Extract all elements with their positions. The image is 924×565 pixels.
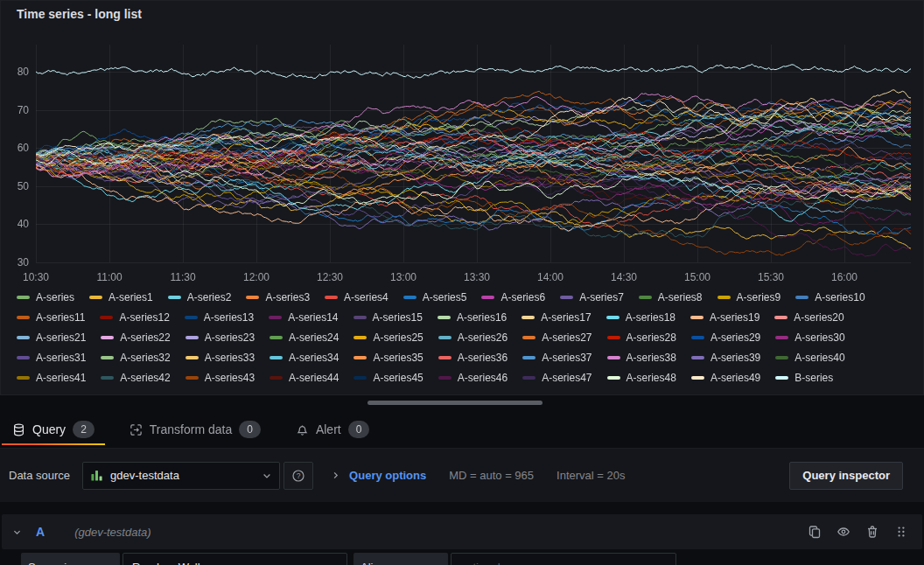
x-axis-tick-label: 13:00 xyxy=(390,271,416,283)
tab-transform-data[interactable]: Transform data 0 xyxy=(119,411,271,448)
legend-series-swatch xyxy=(270,356,283,359)
query-toolbar: Data source gdev-testdata ? Query option… xyxy=(0,448,924,502)
legend-item[interactable]: A-series32 xyxy=(101,350,170,366)
legend-item[interactable]: A-series27 xyxy=(522,330,592,345)
legend-series-label: A-series9 xyxy=(737,291,781,303)
legend-series-swatch xyxy=(17,356,30,359)
query-count-badge: 2 xyxy=(73,421,94,438)
legend-item[interactable]: A-series17 xyxy=(522,310,591,325)
legend-series-swatch xyxy=(89,296,102,299)
hide-query-eye-icon[interactable] xyxy=(836,525,850,539)
testdata-datasource-icon xyxy=(90,469,103,482)
legend-item[interactable]: A-series2 xyxy=(168,289,232,305)
legend-series-label: A-series24 xyxy=(289,331,339,344)
legend-item[interactable]: A-series8 xyxy=(639,289,703,305)
legend-item[interactable]: A-series21 xyxy=(17,330,86,345)
legend-item[interactable]: A-series5 xyxy=(403,289,467,305)
legend-item[interactable]: A-series42 xyxy=(101,370,170,386)
legend-series-label: A-series3 xyxy=(265,291,310,303)
legend-item[interactable]: A-series19 xyxy=(690,310,760,325)
x-axis-tick-label: 13:30 xyxy=(464,271,490,283)
legend-item[interactable]: A-series37 xyxy=(522,350,592,366)
alias-input[interactable] xyxy=(451,553,676,565)
legend-series-label: A-series33 xyxy=(205,352,255,364)
legend-item[interactable]: A-series46 xyxy=(438,370,508,386)
legend-item[interactable]: A-series39 xyxy=(691,350,760,366)
query-row-header[interactable]: A (gdev-testdata) xyxy=(2,514,922,549)
tab-query[interactable]: Query 2 xyxy=(2,411,105,448)
legend-item[interactable]: A-series12 xyxy=(100,310,169,325)
database-icon xyxy=(12,423,25,436)
legend-series-label: A-series30 xyxy=(794,331,844,344)
legend-series-swatch xyxy=(775,336,788,339)
legend-item[interactable]: A-series7 xyxy=(560,289,624,305)
legend-item[interactable]: A-series43 xyxy=(186,370,255,386)
legend-item[interactable]: A-series25 xyxy=(354,330,423,345)
y-axis-tick-label: 40 xyxy=(1,218,29,230)
legend-item[interactable]: A-series48 xyxy=(607,370,676,386)
legend-series-swatch xyxy=(354,336,367,339)
legend-item[interactable]: A-series35 xyxy=(354,350,423,366)
legend-item[interactable]: A-series18 xyxy=(606,310,676,325)
legend-series-swatch xyxy=(560,296,573,299)
query-inspector-button[interactable]: Query inspector xyxy=(789,462,903,490)
legend-item[interactable]: A-series9 xyxy=(718,289,781,305)
legend-series-label: A-series35 xyxy=(373,352,423,364)
drag-handle-icon[interactable] xyxy=(894,525,908,539)
legend-item[interactable]: A-series34 xyxy=(270,350,339,366)
collapse-chevron-down-icon[interactable] xyxy=(12,527,22,537)
chevron-down-icon xyxy=(262,471,272,481)
legend-item[interactable]: A-series36 xyxy=(438,350,508,366)
legend-item[interactable]: A-series23 xyxy=(186,330,255,345)
legend-item[interactable]: A-series6 xyxy=(481,289,545,305)
datasource-label: Data source xyxy=(9,469,70,482)
x-axis-tick-label: 11:00 xyxy=(96,271,122,283)
legend-series-swatch xyxy=(691,336,704,339)
legend-item[interactable]: A-series38 xyxy=(607,350,676,366)
legend-item[interactable]: A-series10 xyxy=(795,289,864,305)
legend-item[interactable]: A-series28 xyxy=(607,330,676,345)
legend-item[interactable]: A-series44 xyxy=(270,370,339,386)
legend-item[interactable]: A-series20 xyxy=(774,310,844,325)
legend-item[interactable]: A-series45 xyxy=(354,370,423,386)
legend-series-label: A-series38 xyxy=(626,352,676,364)
legend-item[interactable]: A-series16 xyxy=(438,310,507,325)
legend-item[interactable]: A-series29 xyxy=(691,330,760,345)
legend-series-label: A-series1 xyxy=(108,291,153,303)
legend-item[interactable]: A-series4 xyxy=(325,289,388,305)
legend-series-swatch xyxy=(100,316,113,319)
duplicate-query-icon[interactable] xyxy=(808,525,822,539)
legend-item[interactable]: A-series13 xyxy=(185,310,254,325)
legend-item[interactable]: A-series33 xyxy=(186,350,255,366)
legend-series-swatch xyxy=(186,356,199,359)
time-series-chart[interactable] xyxy=(1,27,923,288)
legend-item[interactable]: A-series31 xyxy=(17,350,86,366)
legend-item[interactable]: A-series30 xyxy=(775,330,844,345)
legend-series-swatch xyxy=(17,376,30,380)
legend-item[interactable]: A-series14 xyxy=(269,310,338,325)
legend-item[interactable]: A-series22 xyxy=(101,330,170,345)
datasource-picker[interactable]: gdev-testdata xyxy=(82,462,280,490)
legend-item[interactable]: A-series11 xyxy=(17,310,85,325)
legend-item[interactable]: A-series15 xyxy=(354,310,423,325)
delete-query-trash-icon[interactable] xyxy=(865,525,879,539)
horizontal-scrollbar-thumb[interactable] xyxy=(368,401,542,405)
legend-series-swatch xyxy=(101,336,114,339)
legend-item[interactable]: A-series xyxy=(17,289,74,305)
legend-item[interactable]: A-series49 xyxy=(691,370,760,386)
legend-item[interactable]: A-series41 xyxy=(17,370,86,386)
scenario-select[interactable]: Random Walk xyxy=(122,553,347,565)
legend-series-label: A-series47 xyxy=(542,372,592,384)
datasource-help-button[interactable]: ? xyxy=(284,462,313,490)
legend-series-label: A-series39 xyxy=(710,352,760,364)
panel-title: Time series - long list xyxy=(17,7,142,21)
legend-item[interactable]: A-series40 xyxy=(775,350,844,366)
legend-item[interactable]: A-series3 xyxy=(246,289,310,305)
legend-item[interactable]: B-series xyxy=(775,370,833,386)
legend-item[interactable]: A-series47 xyxy=(522,370,592,386)
tab-alert[interactable]: Alert 0 xyxy=(285,411,380,448)
legend-item[interactable]: A-series1 xyxy=(89,289,153,305)
query-options-toggle[interactable]: Query options xyxy=(331,469,426,482)
legend-item[interactable]: A-series26 xyxy=(438,330,508,345)
legend-item[interactable]: A-series24 xyxy=(270,330,339,345)
